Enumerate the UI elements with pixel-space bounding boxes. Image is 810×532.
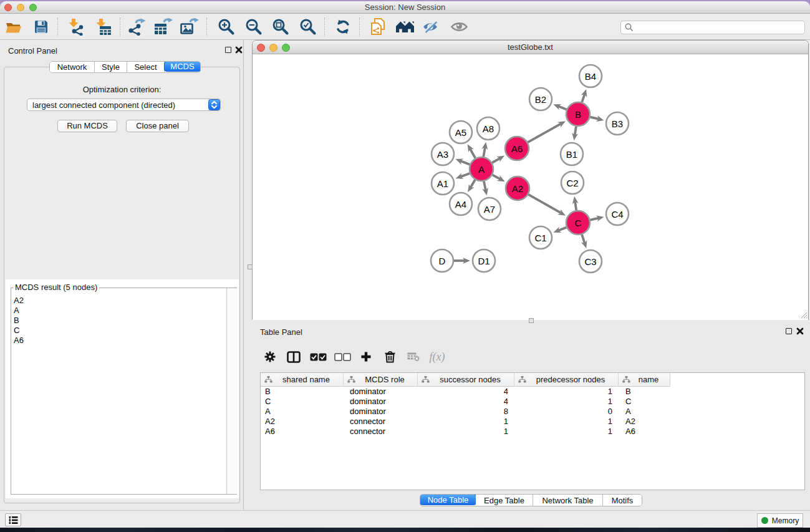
tab-mcds[interactable]: MCDS (164, 61, 201, 72)
graph-node-D[interactable]: D (431, 249, 453, 272)
run-mcds-button[interactable]: Run MCDS (57, 120, 117, 132)
float-panel-icon[interactable] (225, 47, 231, 53)
graph-node-B[interactable]: B (566, 102, 590, 126)
delete-table-button[interactable] (403, 347, 424, 366)
graph-edge-A-A1[interactable] (456, 173, 470, 178)
search-field[interactable] (620, 21, 805, 34)
criterion-select[interactable]: largest connected component (directed) (27, 99, 221, 111)
graph-node-C3[interactable]: C3 (579, 250, 602, 273)
home-button[interactable] (394, 16, 417, 37)
graph-edge-B-B1[interactable] (572, 127, 578, 141)
mcds-result-item[interactable]: B (14, 316, 219, 326)
export-table-button[interactable] (152, 16, 175, 37)
column-format-button[interactable] (283, 347, 304, 366)
export-network-button[interactable] (126, 16, 148, 37)
export-image-button[interactable] (178, 16, 201, 37)
delete-column-button[interactable] (379, 347, 400, 366)
graph-edge-A2-C[interactable] (528, 195, 566, 216)
graph-node-A6[interactable]: A6 (505, 137, 529, 160)
graph-edge-A-A2[interactable] (493, 175, 505, 181)
import-network-button[interactable] (65, 16, 87, 37)
graph-node-B2[interactable]: B2 (529, 88, 552, 110)
graph-node-A2[interactable]: A2 (506, 177, 529, 200)
graph-node-C4[interactable]: C4 (606, 203, 629, 225)
table-float-icon[interactable] (786, 328, 792, 334)
graph-edge-A-A4[interactable] (468, 180, 475, 192)
graph-node-B3[interactable]: B3 (606, 112, 629, 135)
table-row[interactable]: A2connector11A2 (261, 417, 804, 427)
zoom-fit-button[interactable] (269, 16, 292, 37)
table-close-icon[interactable] (796, 327, 804, 336)
graph-edge-A-A3[interactable] (456, 159, 470, 165)
add-column-button[interactable] (355, 347, 377, 366)
show-eye-button[interactable] (448, 16, 471, 37)
graph-edge-C-C1[interactable] (553, 227, 566, 233)
tab-network-table[interactable]: Network Table (533, 495, 603, 506)
graph-edge-A6-B[interactable] (528, 121, 566, 142)
search-input[interactable] (634, 22, 804, 33)
hide-eye-button[interactable] (420, 16, 443, 37)
graph-edge-D-D1[interactable] (454, 258, 470, 264)
tab-motifs[interactable]: Motifs (603, 495, 642, 506)
graph-node-A1[interactable]: A1 (432, 172, 454, 195)
table-row[interactable]: Cdominator41C (261, 397, 804, 407)
network-canvas[interactable]: B4B2BB3A5A8A6A3B1AA1C2A2A4A7C4CC1C3DD1 (253, 54, 808, 320)
mcds-result-item[interactable]: A (14, 306, 219, 316)
close-panel-button[interactable]: Close panel (126, 120, 189, 132)
graph-node-D1[interactable]: D1 (473, 249, 495, 272)
open-session-button[interactable] (2, 16, 25, 37)
mcds-result-item[interactable]: C (14, 326, 219, 336)
import-table-button[interactable] (92, 16, 115, 37)
graph-node-C2[interactable]: C2 (561, 172, 584, 194)
graph-node-B1[interactable]: B1 (561, 143, 583, 165)
table-row[interactable]: Adominator80A (261, 407, 804, 417)
graph-node-A3[interactable]: A3 (432, 143, 454, 165)
tab-network[interactable]: Network (50, 62, 95, 72)
network-window-titlebar[interactable]: testGlobe.txt (253, 41, 808, 54)
function-builder-button[interactable]: f(x) (427, 347, 448, 366)
graph-node-B4[interactable]: B4 (579, 65, 602, 87)
graph-edge-A-A7[interactable] (482, 181, 488, 196)
left-splitter-handle[interactable] (248, 264, 253, 269)
column-header[interactable]: shared name (261, 373, 344, 387)
graph-edge-A-A6[interactable] (492, 156, 504, 163)
graph-edge-B-B4[interactable] (581, 89, 587, 102)
graph-node-A[interactable]: A (470, 157, 493, 181)
unselect-all-columns-button[interactable] (332, 347, 353, 366)
table-settings-button[interactable] (259, 347, 281, 366)
copy-network-button[interactable] (367, 16, 389, 37)
result-scrollbar[interactable] (226, 288, 237, 494)
app-titlebar[interactable]: Session: New Session (0, 1, 810, 14)
column-header[interactable]: successor nodes (418, 373, 514, 387)
graph-node-A4[interactable]: A4 (450, 193, 472, 215)
column-header[interactable]: predecessor nodes (514, 373, 619, 387)
mcds-result-item[interactable]: A6 (14, 336, 219, 346)
refresh-button[interactable] (332, 16, 354, 37)
task-history-button[interactable] (5, 513, 21, 526)
close-panel-icon[interactable] (234, 46, 243, 54)
zoom-out-button[interactable] (243, 16, 265, 37)
select-all-columns-button[interactable] (307, 347, 329, 366)
zoom-in-button[interactable] (215, 16, 238, 37)
table-row[interactable]: Bdominator41B (261, 387, 804, 397)
column-header[interactable]: name (619, 373, 670, 387)
graph-edge-C-C4[interactable] (591, 215, 604, 221)
graph-edge-B-B3[interactable] (590, 115, 604, 122)
graph-edge-C-C2[interactable] (572, 196, 579, 210)
mcds-result-item[interactable]: A2 (14, 296, 219, 306)
tab-select[interactable]: Select (127, 62, 165, 72)
graph-node-C[interactable]: C (566, 211, 590, 235)
graph-node-C1[interactable]: C1 (529, 226, 552, 249)
column-header[interactable]: MCDS role (344, 373, 418, 387)
table-row[interactable]: A6connector11A6 (261, 427, 804, 437)
graph-node-A7[interactable]: A7 (478, 198, 501, 220)
graph-node-A8[interactable]: A8 (477, 117, 499, 140)
window-resize-grip[interactable] (800, 311, 808, 319)
bottom-splitter-handle[interactable] (529, 318, 534, 323)
tab-node-table[interactable]: Node Table (420, 494, 476, 505)
graph-edge-B-B2[interactable] (553, 104, 566, 110)
tab-edge-table[interactable]: Edge Table (476, 495, 533, 506)
graph-edge-C-C3[interactable] (581, 235, 587, 248)
tab-style[interactable]: Style (95, 62, 127, 72)
memory-button[interactable]: Memory (757, 513, 803, 528)
